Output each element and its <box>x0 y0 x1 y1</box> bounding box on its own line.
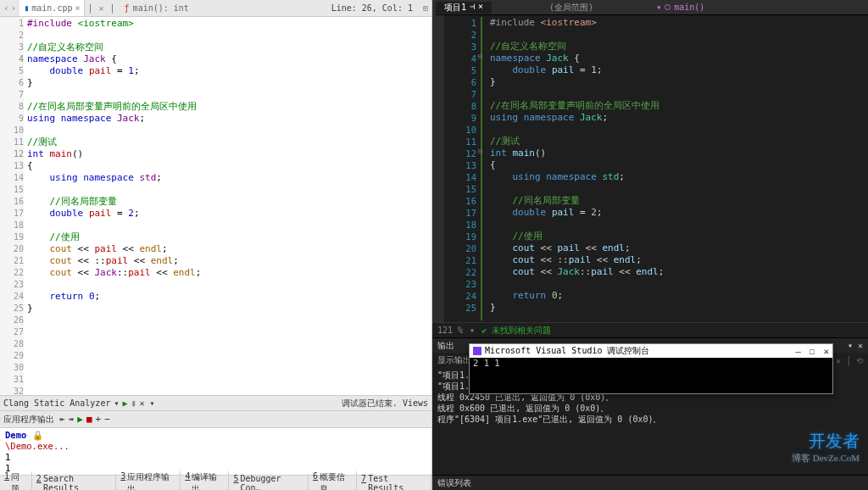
status-bar: Clang Static Analyzer ▾ ▶ ▮ ✕ ▾ 调试器已结束. … <box>0 395 431 410</box>
pin-icon[interactable]: ⊣ <box>470 2 475 14</box>
minimize-icon[interactable]: — <box>795 346 801 357</box>
vs-tab-bar: 项目1 ⊣ × (全局范围) ▾ main() <box>432 0 868 15</box>
analyzer-label: Clang Static Analyzer <box>3 398 110 408</box>
code-editor[interactable]: 1234567891011121314151617181920212223242… <box>0 17 431 395</box>
run-toolbar: 应用程序输出 ↞ ↠ ▶ ■ + − <box>0 410 431 427</box>
prev-icon[interactable]: ↞ <box>59 414 65 425</box>
console-line: 1 <box>5 452 426 463</box>
bottom-tabs: 1 问题2 Search Results3 应用程序输出4 编译输出5 Debu… <box>0 475 431 490</box>
console-output: 2 1 1 <box>470 358 832 368</box>
bottom-tab[interactable]: 3 应用程序输出 <box>116 471 181 491</box>
bottom-tab[interactable]: 6 概要信息 <box>309 471 357 491</box>
gear-icon[interactable]: ✕ ▾ <box>140 398 155 408</box>
panel-tools[interactable]: ▾ ✕ <box>848 341 863 350</box>
function-sig: main(): int <box>133 3 189 13</box>
light-ide: ‹› ▮ main.cpp × | ✕ | ƒ main(): int Line… <box>0 0 432 490</box>
nav-arrows[interactable]: ‹› <box>0 3 19 14</box>
fold-column[interactable]: ⊟⊟ <box>478 15 487 322</box>
tab-bar: ‹› ▮ main.cpp × | ✕ | ƒ main(): int Line… <box>0 0 431 17</box>
bottom-tab[interactable]: 5 Debugger Con… <box>229 474 309 491</box>
cursor-position: Line: 26, Col: 1 <box>325 3 420 13</box>
zoom-status: 121 % ▾ 未找到相关问题 <box>432 322 868 337</box>
console-title: Demo 🔒 <box>5 430 426 441</box>
expand-icon[interactable]: ⊞ <box>420 3 431 13</box>
play-icon[interactable]: ▶ <box>77 414 83 425</box>
close-all-icon[interactable]: ✕ <box>96 3 108 13</box>
build-icon[interactable]: ▮ <box>131 398 136 408</box>
bottom-tab[interactable]: 2 Search Results <box>32 474 116 491</box>
bottom-tab[interactable]: 4 编译输出 <box>181 471 229 491</box>
error-list-tab[interactable]: 错误列表 <box>432 475 868 490</box>
side-tool-tabs[interactable] <box>432 15 444 322</box>
cpp-file-icon: ▮ <box>24 3 29 13</box>
function-selector[interactable]: ƒ main(): int <box>118 3 196 13</box>
status-right: 调试器已结束. Views <box>342 398 428 409</box>
output-label: 输出 <box>437 340 454 352</box>
debug-console-window[interactable]: Microsoft Visual Studio 调试控制台 — ☐ ✕ 2 1 … <box>469 343 833 394</box>
next-icon[interactable]: ↠ <box>69 414 75 425</box>
window-titlebar[interactable]: Microsoft Visual Studio 调试控制台 — ☐ ✕ <box>470 344 832 358</box>
app-output-label: 应用程序输出 <box>3 414 54 426</box>
tab-label: 项目1 <box>444 2 466 14</box>
run-icon[interactable]: ▶ <box>122 398 127 408</box>
bottom-tab[interactable]: 1 问题 <box>0 471 32 491</box>
stop-icon[interactable]: ■ <box>86 414 92 425</box>
close-icon[interactable]: × <box>75 3 80 13</box>
code-lines[interactable]: #include <iostream> //自定义名称空间namespace J… <box>487 15 868 322</box>
code-lines[interactable]: #include <iostream> //自定义名称空间namespace J… <box>24 17 431 395</box>
chevron-icon: ▾ <box>656 3 661 12</box>
zoom-value[interactable]: 121 % <box>437 326 463 335</box>
close-icon[interactable]: ✕ <box>823 346 829 357</box>
vs-dark-ide: 项目1 ⊣ × (全局范围) ▾ main() 1234567891011121… <box>432 0 868 490</box>
project-tab[interactable]: 项目1 ⊣ × <box>436 2 492 14</box>
bottom-tab[interactable]: 7 Test Results <box>357 474 431 491</box>
output-console[interactable]: Demo 🔒 \Demo.exe... 1 1 <box>0 427 431 475</box>
scope-selector[interactable]: (全局范围) <box>542 2 600 14</box>
add-icon[interactable]: + <box>96 414 102 425</box>
method-icon <box>665 4 670 10</box>
maximize-icon[interactable]: ☐ <box>810 346 815 357</box>
vs-code-editor[interactable]: 1234567891011121314151617181920212223242… <box>444 15 868 322</box>
window-title: Microsoft Visual Studio 调试控制台 <box>485 345 650 357</box>
file-tab[interactable]: ▮ main.cpp × <box>19 0 85 16</box>
line-gutter: 1234567891011121314151617181920212223242… <box>444 15 478 322</box>
vs-icon <box>473 347 481 355</box>
no-issues: 未找到相关问题 <box>481 325 551 337</box>
remove-icon[interactable]: − <box>104 414 110 425</box>
close-icon[interactable]: × <box>478 2 483 14</box>
console-cmd: \Demo.exe... <box>5 441 426 452</box>
function-nav[interactable]: ▾ main() <box>651 3 709 12</box>
file-name: main.cpp <box>31 3 72 13</box>
line-gutter: 1234567891011121314151617181920212223242… <box>0 17 24 395</box>
func-label: main() <box>674 3 704 12</box>
